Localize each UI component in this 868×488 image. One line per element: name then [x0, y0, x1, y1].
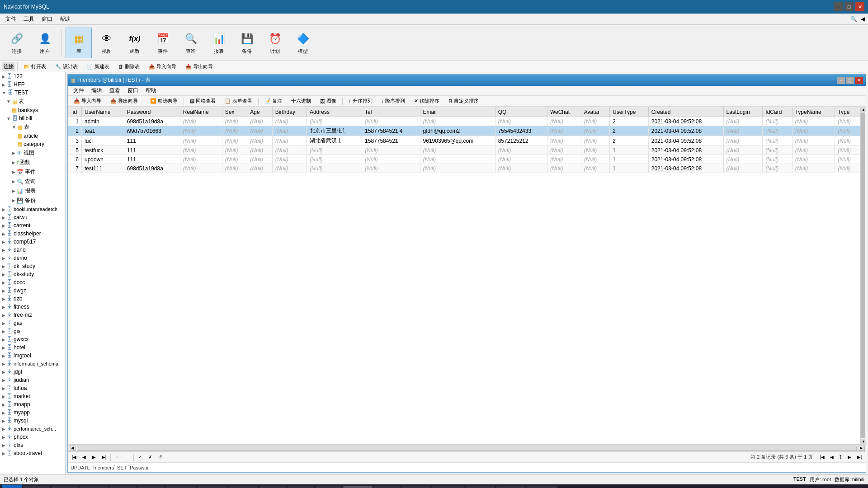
cell-qq[interactable]: (Null) — [495, 146, 547, 155]
cell-wechat[interactable]: (Null) — [547, 136, 581, 146]
cell-age[interactable]: (Null) — [247, 136, 273, 146]
table-row[interactable]: 1admin698d51a19d8a(Null)(Null)(Null)(Nul… — [68, 117, 860, 126]
sidebar-item-bilibili-report[interactable]: ▶ 📊 报表 — [0, 186, 65, 196]
search-icon[interactable]: 🔍 — [848, 14, 859, 24]
cell-email[interactable]: (Null) — [420, 164, 495, 173]
table-row[interactable]: 6updown111(Null)(Null)(Null)(Null)(Null)… — [68, 155, 860, 164]
wsb-export[interactable]: 📤 导出向导 — [106, 97, 142, 105]
cell-usertype[interactable]: 2 — [609, 117, 648, 126]
cell-tel[interactable]: (Null) — [362, 164, 420, 173]
cell-realname[interactable]: (Null) — [180, 155, 222, 164]
cell-sex[interactable]: (Null) — [222, 117, 247, 126]
cell-email[interactable]: (Null) — [420, 117, 495, 126]
cell-id[interactable]: 7 — [68, 164, 82, 173]
cell-age[interactable]: (Null) — [247, 126, 273, 136]
cell-birthday[interactable]: (Null) — [272, 155, 307, 164]
cell-address[interactable]: (Null) — [307, 164, 362, 173]
design-table-btn[interactable]: 🔧 设计表 — [51, 62, 82, 71]
cell-birthday[interactable]: (Null) — [272, 126, 307, 136]
cell-tel[interactable]: (Null) — [362, 117, 420, 126]
sidebar-item-jdgl[interactable]: ▶ 🗄 jdgl — [0, 368, 65, 376]
menu-help[interactable]: 帮助 — [56, 14, 74, 24]
cell-email[interactable]: gfdh@qq.com2 — [420, 126, 495, 136]
cell-address[interactable]: (Null) — [307, 117, 362, 126]
cell-id[interactable]: 6 — [68, 155, 82, 164]
wsb-image[interactable]: 🖼 图像 — [316, 97, 340, 105]
wsb-sort-asc[interactable]: ↑ 升序排列 — [344, 97, 377, 105]
open-table-btn[interactable]: 📂 打开表 — [19, 62, 50, 71]
cell-type[interactable]: (Null) — [835, 164, 860, 173]
cell-qq[interactable]: 75545432433 — [495, 126, 547, 136]
cell-lastlogin[interactable]: (Null) — [723, 164, 763, 173]
cell-idcard[interactable]: (Null) — [763, 117, 792, 126]
cell-lastlogin[interactable]: (Null) — [723, 117, 763, 126]
sidebar-item-dk-study2[interactable]: ▶ 🗄 dk-study — [0, 270, 65, 278]
toolbar-view[interactable]: 👁 视图 — [94, 28, 120, 58]
cell-qq[interactable]: (Null) — [495, 155, 547, 164]
minimize-btn[interactable]: ─ — [834, 2, 843, 11]
cell-type[interactable]: (Null) — [835, 126, 860, 136]
cell-password[interactable]: i99d7b701668 — [124, 126, 180, 136]
table-container[interactable]: id UserName Password RealName Sex Age Bi… — [68, 107, 860, 444]
toolbar-model[interactable]: 🔷 模型 — [290, 28, 316, 58]
scroll-up-btn[interactable]: ▲ — [861, 107, 866, 112]
taskbar-item-dw[interactable]: 📁 D:W... — [401, 486, 430, 488]
nav-next-btn[interactable]: ▶ — [90, 453, 99, 461]
cell-birthday[interactable]: (Null) — [272, 136, 307, 146]
cell-type[interactable]: (Null) — [835, 146, 860, 155]
cell-birthday[interactable]: (Null) — [272, 164, 307, 173]
cell-id[interactable]: 2 — [68, 126, 82, 136]
import-btn[interactable]: 📥 导入向导 — [145, 62, 180, 71]
cell-wechat[interactable]: (Null) — [547, 126, 581, 136]
cell-avatar[interactable]: (Null) — [581, 117, 609, 126]
sidebar-item-dzb[interactable]: ▶ 🗄 dzb — [0, 295, 65, 303]
sidebar-item-comp517[interactable]: ▶ 🗄 comp517 — [0, 238, 65, 246]
cell-realname[interactable]: (Null) — [180, 117, 222, 126]
sidebar-item-bilibili-view[interactable]: ▶ 👁 视图 — [0, 148, 65, 158]
cell-password[interactable]: 111 — [124, 136, 180, 146]
taskbar-item-4[interactable]: 💻 app — [109, 486, 137, 488]
cell-wechat[interactable]: (Null) — [547, 155, 581, 164]
page-next-btn[interactable]: ▶ — [845, 453, 854, 461]
cell-typename[interactable]: (Null) — [792, 155, 835, 164]
cell-address[interactable]: 湖北省武汉市 — [307, 136, 362, 146]
sidebar-item-market[interactable]: ▶ 🗄 market — [0, 392, 65, 400]
sidebar-item-mysql[interactable]: ▶ 🗄 mysql — [0, 417, 65, 425]
cell-birthday[interactable]: (Null) — [272, 146, 307, 155]
sidebar-item-free-mz[interactable]: ▶ 🗄 free-mz — [0, 311, 65, 319]
taskbar-item-6[interactable]: 📁 2021... — [165, 486, 196, 488]
cell-idcard[interactable]: (Null) — [763, 126, 792, 136]
minimize-panel-icon[interactable]: ◀ — [859, 15, 866, 23]
close-btn[interactable]: ✕ — [855, 2, 864, 11]
nav-delete-btn[interactable]: − — [123, 453, 132, 461]
cell-created[interactable]: 2021-03-04 09:52:08 — [648, 117, 723, 126]
wmenu-help[interactable]: 帮助 — [142, 86, 160, 95]
cell-idcard[interactable]: (Null) — [763, 164, 792, 173]
wmenu-window[interactable]: 窗口 — [124, 86, 142, 95]
taskbar-item-tencent[interactable]: 🟦 腾讯... — [496, 486, 525, 488]
sidebar-item-bilibili-table[interactable]: ▼ ▦ 表 — [0, 122, 65, 132]
cell-sex[interactable]: (Null) — [222, 164, 247, 173]
cell-id[interactable]: 5 — [68, 146, 82, 155]
sidebar-item-phpcx[interactable]: ▶ 🗄 phpcx — [0, 433, 65, 441]
cell-usertype[interactable]: 1 — [609, 155, 648, 164]
page-last-btn[interactable]: ▶| — [855, 453, 864, 461]
cell-lastlogin[interactable]: (Null) — [723, 136, 763, 146]
cell-username[interactable]: admin — [82, 117, 124, 126]
new-table-btn[interactable]: 📄 新建表 — [83, 62, 113, 71]
scroll-down-btn[interactable]: ▼ — [861, 439, 866, 444]
sidebar-item-test-table[interactable]: ▼ ▦ 表 — [0, 97, 65, 106]
cell-realname[interactable]: (Null) — [180, 136, 222, 146]
cell-typename[interactable]: (Null) — [792, 136, 835, 146]
sidebar-item-demo[interactable]: ▶ 🗄 demo — [0, 254, 65, 262]
cell-idcard[interactable]: (Null) — [763, 146, 792, 155]
cell-created[interactable]: 2021-03-04 09:52:08 — [648, 136, 723, 146]
cell-birthday[interactable]: (Null) — [272, 117, 307, 126]
window-maximize-btn[interactable]: □ — [846, 77, 854, 84]
page-prev-btn[interactable]: ◀ — [827, 453, 836, 461]
cell-age[interactable]: (Null) — [247, 117, 273, 126]
cell-usertype[interactable]: 1 — [609, 146, 648, 155]
cell-typename[interactable]: (Null) — [792, 117, 835, 126]
taskbar-item-1[interactable]: 🔵 浮... — [23, 486, 50, 488]
table-row[interactable]: 7test111698d51a19d8a(Null)(Null)(Null)(N… — [68, 164, 860, 173]
